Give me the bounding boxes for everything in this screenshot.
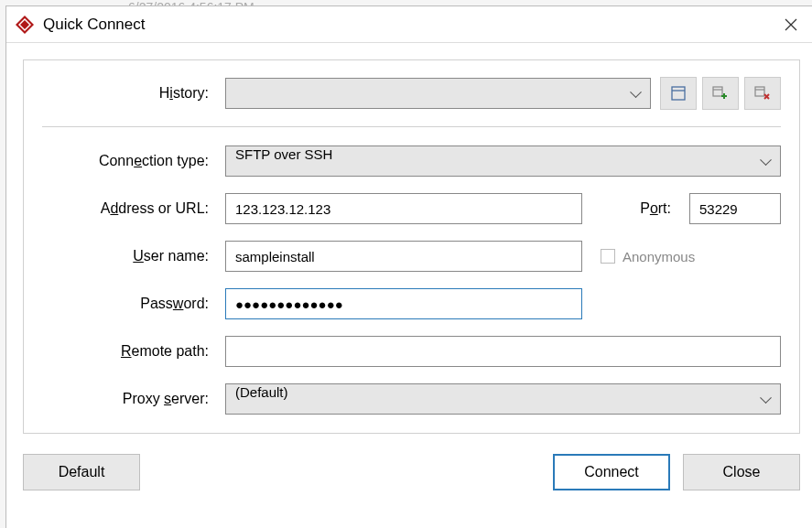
connection-type-label: Connection type:: [42, 153, 225, 169]
form-panel: History:: [23, 59, 800, 434]
port-input[interactable]: [689, 193, 781, 224]
password-input[interactable]: [225, 288, 582, 319]
password-label: Password:: [42, 296, 225, 312]
app-icon: [14, 14, 36, 36]
proxy-dropdown[interactable]: (Default): [225, 383, 781, 415]
window-close-button[interactable]: [773, 6, 809, 43]
connect-button[interactable]: Connect: [553, 454, 670, 490]
svg-rect-7: [713, 87, 722, 96]
default-button[interactable]: Default: [23, 454, 140, 490]
history-add-button[interactable]: [702, 77, 739, 110]
remote-path-label: Remote path:: [42, 343, 225, 360]
history-manage-button[interactable]: [660, 77, 697, 110]
window-title: Quick Connect: [43, 16, 773, 34]
history-delete-button[interactable]: [744, 77, 781, 110]
button-row: Default Connect Close: [6, 443, 812, 507]
checkbox-icon: [601, 249, 615, 264]
address-input[interactable]: [225, 193, 582, 224]
connection-type-dropdown[interactable]: SFTP over SSH: [225, 145, 781, 177]
remote-path-input[interactable]: [225, 336, 781, 367]
svg-rect-5: [672, 87, 685, 100]
history-dropdown[interactable]: [225, 78, 651, 109]
svg-rect-11: [755, 87, 764, 96]
username-label: User name:: [42, 248, 225, 264]
history-label: History:: [42, 85, 225, 102]
username-input[interactable]: [225, 241, 582, 272]
proxy-label: Proxy server:: [42, 391, 225, 407]
port-label: Port:: [640, 200, 680, 217]
titlebar: Quick Connect: [6, 6, 812, 43]
address-label: Address or URL:: [42, 200, 225, 217]
close-button[interactable]: Close: [683, 454, 800, 490]
anonymous-label: Anonymous: [623, 249, 695, 264]
anonymous-checkbox[interactable]: Anonymous: [601, 249, 695, 264]
quick-connect-dialog: Quick Connect History:: [5, 5, 812, 528]
divider: [42, 126, 781, 127]
